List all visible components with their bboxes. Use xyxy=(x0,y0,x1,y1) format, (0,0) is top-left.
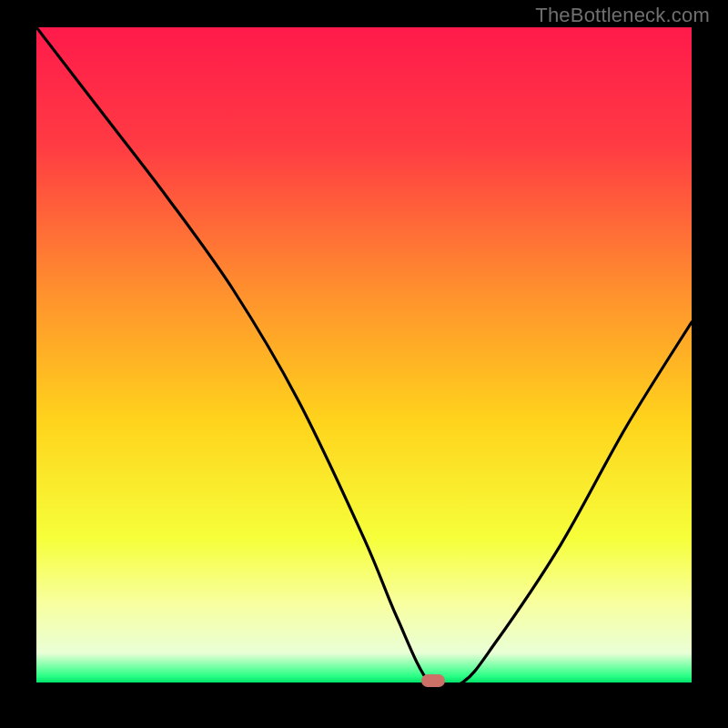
gradient-background xyxy=(36,27,692,682)
chart-frame: TheBottleneck.com xyxy=(0,0,728,728)
watermark-text: TheBottleneck.com xyxy=(535,4,710,27)
optimal-marker xyxy=(421,674,445,687)
plot-area xyxy=(36,27,692,682)
chart-svg xyxy=(36,27,692,682)
